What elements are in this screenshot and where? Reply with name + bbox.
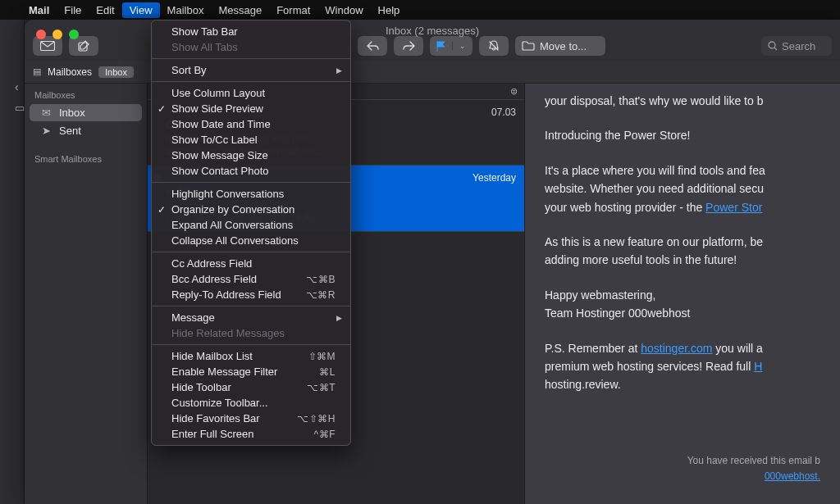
menu-item-sort-by[interactable]: Sort By	[152, 62, 350, 78]
menu-help[interactable]: Help	[371, 2, 408, 18]
menu-item-hide-mailbox-list[interactable]: Hide Mailbox List⇧⌘M	[152, 348, 350, 364]
menu-item-label: Hide Toolbar	[171, 381, 231, 393]
favorites-inbox-pill[interactable]: Inbox	[98, 66, 134, 78]
menu-item-show-contact-photo[interactable]: Show Contact Photo	[152, 163, 350, 179]
back-icon[interactable]: ‹	[15, 80, 19, 93]
finder-sidebar-sliver: ‹ ▭	[0, 20, 25, 504]
sidebar-item-label: Inbox	[59, 107, 85, 119]
email-footer: You have received this email b 000webhos…	[545, 453, 820, 484]
forward-button[interactable]	[394, 36, 423, 56]
sidebar-item-sent[interactable]: ➤ Sent	[30, 122, 142, 139]
menu-item-label: Hide Mailbox List	[171, 350, 253, 362]
menu-item-customize-toolbar[interactable]: Customize Toolbar...	[152, 395, 350, 411]
menu-file[interactable]: File	[57, 2, 89, 18]
menu-item-collapse-all-conversations[interactable]: Collapse All Conversations	[152, 233, 350, 248]
menu-item-label: Show Side Preview	[171, 102, 263, 115]
power-store-link[interactable]: Power Stor	[705, 201, 762, 214]
email-text: Happy webmastering, Team Hostinger 000we…	[545, 286, 820, 323]
reply-icon	[367, 41, 379, 51]
search-icon	[768, 41, 778, 51]
mailboxes-icon: ▤	[33, 66, 41, 77]
menu-item-show-side-preview[interactable]: Show Side Preview	[152, 101, 350, 116]
email-text: your disposal, that's why we would like …	[545, 92, 820, 110]
menu-item-label: Enter Full Screen	[171, 428, 253, 440]
menu-message[interactable]: Message	[211, 2, 269, 18]
svg-point-2	[769, 42, 775, 48]
message-date: Yesterday	[472, 172, 516, 184]
menu-item-label: Bcc Address Field	[171, 273, 257, 285]
menu-item-use-column-layout[interactable]: Use Column Layout	[152, 85, 350, 101]
favorites-mailboxes-label[interactable]: Mailboxes	[48, 66, 92, 78]
hostinger-link[interactable]: hostinger.com	[641, 342, 712, 355]
menu-item-label: Enable Message Filter	[171, 366, 277, 378]
menu-item-hide-toolbar[interactable]: Hide Toolbar⌥⌘T	[152, 379, 350, 395]
menu-item-label: Message	[171, 311, 215, 324]
email-text: Introducing the Power Store!	[545, 126, 820, 144]
menu-shortcut: ⌥⇧⌘H	[297, 413, 336, 425]
menu-item-show-message-size[interactable]: Show Message Size	[152, 148, 350, 163]
bell-off-icon	[488, 40, 500, 52]
menu-item-label: Expand All Conversations	[171, 219, 293, 231]
menu-item-label: Highlight Conversations	[171, 188, 284, 200]
mute-button[interactable]	[479, 36, 509, 56]
menu-shortcut: ⌥⌘T	[307, 382, 336, 393]
menu-view[interactable]: View	[122, 2, 160, 18]
menu-item-show-date-and-time[interactable]: Show Date and Time	[152, 116, 350, 132]
email-text: P.S. Remember at hostinger.com you will …	[545, 339, 820, 394]
menu-shortcut: ^⌘F	[314, 429, 336, 440]
search-input[interactable]: Search	[761, 36, 832, 56]
menu-separator	[152, 306, 350, 306]
menu-item-enable-message-filter[interactable]: Enable Message Filter⌘L	[152, 364, 350, 379]
menu-item-label: Organize by Conversation	[171, 203, 294, 216]
menu-item-hide-related-messages: Hide Related Messages	[152, 325, 350, 341]
menu-item-bcc-address-field[interactable]: Bcc Address Field⌥⌘B	[152, 271, 350, 287]
menu-separator	[152, 81, 350, 82]
menu-item-show-to-cc-label[interactable]: Show To/Cc Label	[152, 132, 350, 148]
menu-window[interactable]: Window	[317, 2, 370, 18]
menu-shortcut: ⌥⌘B	[306, 274, 336, 285]
sidebar-item-label: Sent	[59, 125, 81, 137]
menu-item-highlight-conversations[interactable]: Highlight Conversations	[152, 186, 350, 202]
os-menu-bar: Mail File Edit View Mailbox Message Form…	[0, 0, 840, 20]
sidebar-item-inbox[interactable]: ✉ Inbox	[30, 104, 142, 121]
menu-mailbox[interactable]: Mailbox	[160, 2, 212, 18]
menu-item-reply-to-address-field[interactable]: Reply-To Address Field⌥⌘R	[152, 287, 350, 302]
menu-app[interactable]: Mail	[21, 2, 57, 18]
preview-pane: your disposal, that's why we would like …	[525, 84, 840, 504]
mail-window: Inbox (2 messages) ⌄ Move to... Search	[25, 20, 840, 504]
menu-item-label: Hide Favorites Bar	[171, 412, 260, 425]
move-to-button[interactable]: Move to...	[515, 36, 605, 56]
menu-item-label: Use Column Layout	[171, 87, 265, 99]
menu-item-label: Show All Tabs	[171, 41, 238, 53]
menu-item-label: Show Tab Bar	[171, 25, 238, 38]
review-link[interactable]: H	[754, 360, 762, 373]
forward-icon	[403, 41, 415, 51]
menu-item-show-tab-bar[interactable]: Show Tab Bar	[152, 24, 350, 39]
flag-button[interactable]: ⌄	[430, 36, 472, 56]
menu-item-label: Cc Address Field	[171, 257, 252, 270]
menu-item-organize-by-conversation[interactable]: Organize by Conversation	[152, 202, 350, 217]
menu-shortcut: ⇧⌘M	[308, 351, 336, 362]
footer-link[interactable]: 000webhost.	[765, 470, 820, 482]
menu-item-enter-full-screen[interactable]: Enter Full Screen^⌘F	[152, 426, 350, 442]
email-body: your disposal, that's why we would like …	[525, 84, 840, 504]
favorites-bar: ▤ Mailboxes Inbox	[25, 61, 840, 84]
reply-button[interactable]	[358, 36, 387, 56]
menu-format[interactable]: Format	[269, 2, 317, 18]
menu-separator	[152, 58, 350, 59]
sidebar-header-smart: Smart Mailboxes	[25, 151, 147, 167]
menu-item-label: Show Date and Time	[171, 118, 271, 130]
menu-item-message[interactable]: Message	[152, 310, 350, 325]
chevron-down-icon[interactable]: ⌄	[452, 42, 472, 50]
menu-edit[interactable]: Edit	[89, 2, 121, 18]
filter-icon[interactable]: ⊜	[510, 86, 518, 97]
inbox-icon: ✉	[39, 107, 52, 119]
menu-item-expand-all-conversations[interactable]: Expand All Conversations	[152, 217, 350, 233]
folder-icon[interactable]: ▭	[15, 102, 25, 114]
menu-item-cc-address-field[interactable]: Cc Address Field	[152, 256, 350, 271]
menu-item-hide-favorites-bar[interactable]: Hide Favorites Bar⌥⇧⌘H	[152, 411, 350, 426]
menu-item-show-all-tabs: Show All Tabs	[152, 39, 350, 55]
move-to-label: Move to...	[540, 40, 587, 52]
view-menu-dropdown: Show Tab BarShow All TabsSort ByUse Colu…	[151, 20, 351, 446]
menu-shortcut: ⌥⌘R	[306, 289, 336, 301]
